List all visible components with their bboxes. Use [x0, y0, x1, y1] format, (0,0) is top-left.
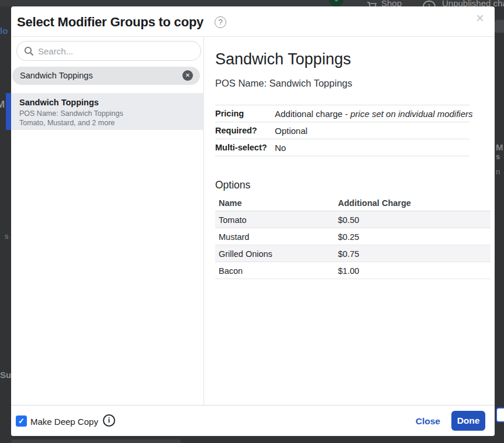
option-row: Mustard$0.25	[215, 228, 491, 245]
option-additional-charge: $1.00	[338, 266, 359, 276]
attribute-label: Multi-select?	[215, 143, 275, 152]
modifier-group-detail-panel: Sandwich Toppings POS Name: Sandwich Top…	[205, 37, 495, 405]
make-deep-copy-checkbox[interactable]: ✓	[16, 415, 27, 427]
options-table: Name Additional Charge Tomato$0.50Mustar…	[215, 195, 491, 279]
attribute-label: Pricing	[215, 109, 275, 118]
background-topbar: 1 Shop 1 Unpublished cha	[0, 0, 504, 6]
attribute-value: Additional charge - price set on individ…	[275, 109, 473, 119]
background-fragment: n	[496, 167, 500, 176]
background-fragment: s	[5, 232, 9, 241]
attribute-value: No	[275, 143, 286, 153]
option-additional-charge: $0.25	[338, 232, 359, 242]
list-item-summary: Tomato, Mustard, and 2 more	[19, 119, 115, 127]
column-header-additional-charge: Additional Charge	[338, 198, 411, 208]
close-icon[interactable]: ×	[476, 11, 484, 25]
option-row: Bacon$1.00	[215, 262, 491, 279]
background-fragment: s	[496, 152, 500, 161]
unpublished-count-icon: 1	[423, 1, 436, 6]
close-button[interactable]: Close	[416, 416, 440, 427]
background-fragment-box	[495, 20, 504, 33]
background-fragment-band	[11, 439, 181, 443]
done-button[interactable]: Done	[451, 411, 485, 431]
shop-label: Shop	[381, 0, 402, 6]
background-fragment: M	[0, 99, 5, 111]
make-deep-copy-label: Make Deep Copy	[30, 417, 98, 427]
option-name: Tomato	[219, 215, 247, 225]
option-name: Mustard	[219, 232, 249, 242]
filter-chip-label: Sandwich Toppings	[20, 67, 93, 85]
info-icon[interactable]: i	[103, 414, 115, 427]
notification-badge: 1	[329, 0, 344, 6]
search-field	[16, 41, 201, 61]
dialog-footer: ✓ Make Deep Copy i Close Done	[11, 405, 495, 436]
dialog-title: Select Modifier Groups to copy	[17, 15, 203, 30]
background-fragment: lo	[0, 26, 8, 36]
background-fragment: Su	[0, 370, 11, 380]
option-name: Bacon	[219, 266, 243, 276]
background-fragment: M	[496, 142, 503, 152]
detail-pos-name: POS Name: Sandwich Toppings	[215, 78, 353, 89]
options-heading: Options	[215, 179, 250, 191]
list-item-pos-name: POS Name: Sandwich Toppings	[19, 109, 123, 118]
attribute-row: Multi-select?No	[215, 139, 470, 156]
column-header-name: Name	[219, 198, 242, 208]
unpublished-label: Unpublished cha	[442, 0, 504, 6]
option-additional-charge: $0.50	[338, 215, 359, 225]
search-input[interactable]	[38, 42, 195, 60]
attribute-label: Required?	[215, 126, 275, 135]
selected-indicator-bar	[6, 93, 11, 130]
modifier-group-list-panel: Sandwich Toppings ✕ Sandwich Toppings PO…	[11, 37, 204, 405]
list-item-name: Sandwich Toppings	[19, 98, 99, 107]
attribute-row: PricingAdditional charge - price set on …	[215, 105, 470, 122]
option-row: Grilled Onions$0.75	[215, 245, 491, 262]
attribute-value: Optional	[275, 126, 308, 136]
select-modifier-groups-dialog: Select Modifier Groups to copy ? × Sandw…	[11, 6, 495, 436]
clear-filter-icon[interactable]: ✕	[182, 70, 193, 81]
help-icon[interactable]: ?	[215, 16, 226, 28]
cart-icon	[367, 1, 377, 6]
options-table-header: Name Additional Charge	[215, 195, 491, 211]
background-fragment-button	[496, 407, 504, 423]
attribute-row: Required?Optional	[215, 122, 470, 139]
option-additional-charge: $0.75	[338, 249, 359, 259]
detail-title: Sandwich Toppings	[215, 50, 351, 68]
modifier-group-list-item[interactable]: Sandwich Toppings POS Name: Sandwich Top…	[11, 93, 204, 130]
search-icon	[24, 46, 34, 56]
attributes-table: PricingAdditional charge - price set on …	[215, 105, 470, 156]
filter-chip: Sandwich Toppings ✕	[12, 67, 200, 85]
option-row: Tomato$0.50	[215, 211, 491, 228]
option-name: Grilled Onions	[219, 249, 272, 259]
